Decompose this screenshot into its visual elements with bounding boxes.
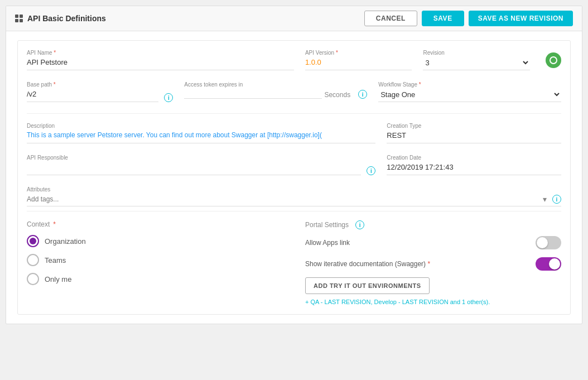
- attributes-info-icon[interactable]: i: [552, 195, 561, 204]
- portal-rows: Allow Apps link Show iterative documenta…: [305, 236, 561, 271]
- api-responsible-label: API Responsible: [27, 155, 375, 161]
- radio-teams-outer: [27, 254, 39, 266]
- creation-type-field: Creation Type REST: [387, 123, 561, 143]
- radio-organization-inner: [30, 238, 36, 244]
- cancel-button[interactable]: CANCEL: [364, 11, 417, 26]
- api-responsible-field: API Responsible i: [27, 155, 375, 175]
- save-button[interactable]: SAVE: [422, 11, 464, 26]
- radio-organization[interactable]: Organization: [27, 235, 283, 247]
- base-path-value[interactable]: /v2: [27, 90, 158, 102]
- context-radio-group: Organization Teams Only me: [27, 235, 283, 285]
- attributes-field: Attributes ▾ i: [27, 186, 561, 206]
- row-2: Base path * /v2 i Access token expires i…: [27, 81, 561, 102]
- access-token-row: Seconds i: [184, 90, 367, 99]
- revision-select[interactable]: 3: [423, 58, 530, 68]
- main-container: API Basic Definitions CANCEL SAVE SAVE A…: [6, 6, 582, 324]
- tags-wrapper: ▾ i: [27, 195, 561, 206]
- description-label: Description: [27, 123, 375, 129]
- base-path-info-icon[interactable]: i: [164, 93, 173, 102]
- creation-type-label: Creation Type: [387, 123, 561, 129]
- portal-row-swagger: Show iterative documentation (Swagger) *: [305, 257, 561, 271]
- creation-date-field: Creation Date 12/20/2019 17:21:43: [387, 155, 561, 175]
- tags-input[interactable]: [27, 195, 543, 203]
- workflow-stage-select-container: Stage One: [378, 90, 561, 102]
- revision-select-container: 3: [423, 58, 530, 70]
- radio-teams-label: Teams: [45, 256, 66, 264]
- description-value[interactable]: This is a sample server Petstore server.…: [27, 131, 375, 143]
- creation-type-value: REST: [387, 131, 561, 143]
- allow-apps-label: Allow Apps link: [305, 239, 350, 247]
- workflow-stage-field: Workflow Stage * Stage One: [378, 81, 561, 102]
- swagger-knob: [549, 258, 560, 270]
- save-as-new-revision-button[interactable]: SAVE AS NEW REVISION: [469, 11, 573, 26]
- access-token-info-icon[interactable]: i: [358, 90, 367, 99]
- portal-settings-info-icon[interactable]: i: [355, 220, 364, 229]
- row-3: Description This is a sample server Pets…: [27, 123, 561, 143]
- creation-date-value: 12/20/2019 17:21:43: [387, 163, 561, 175]
- revision-label: Revision: [423, 50, 530, 56]
- grid-icon: [15, 15, 23, 22]
- api-name-value[interactable]: API Petstore: [27, 58, 294, 70]
- attributes-label: Attributes: [27, 186, 561, 193]
- allow-apps-knob: [537, 237, 548, 248]
- swagger-toggle[interactable]: [536, 257, 561, 271]
- add-try-it-out-button[interactable]: ADD TRY IT OUT ENVIRONMENTS: [305, 277, 430, 294]
- allow-apps-toggle[interactable]: [536, 236, 561, 249]
- divider-2: [27, 211, 561, 211]
- content-area: API Name * API Petstore API Version * 1.…: [6, 31, 582, 324]
- radio-only-me-label: Only me: [45, 275, 71, 283]
- green-status-icon: [541, 50, 561, 70]
- radio-teams[interactable]: Teams: [27, 254, 283, 266]
- radio-organization-label: Organization: [45, 237, 86, 246]
- access-token-field: Access token expires in Seconds i: [184, 81, 367, 102]
- creation-date-label: Creation Date: [387, 155, 561, 161]
- access-token-label: Access token expires in: [184, 81, 367, 88]
- radio-only-me-outer: [27, 273, 39, 285]
- context-section: Context * Organization Teams: [27, 220, 283, 305]
- api-version-field: API Version * 1.0.0: [305, 50, 412, 70]
- api-name-field: API Name * API Petstore: [27, 50, 294, 70]
- tags-dropdown-icon[interactable]: ▾: [543, 195, 547, 204]
- base-path-field: Base path * /v2 i: [27, 81, 173, 102]
- header-title-area: API Basic Definitions: [15, 14, 364, 23]
- api-version-value[interactable]: 1.0.0: [305, 58, 412, 70]
- context-title: Context *: [27, 220, 283, 228]
- page-title: API Basic Definitions: [27, 14, 106, 23]
- description-field: Description This is a sample server Pets…: [27, 123, 375, 143]
- portal-section: Portal Settings i Allow Apps link S: [305, 220, 561, 305]
- base-path-label: Base path *: [27, 81, 173, 88]
- base-path-row: /v2 i: [27, 90, 173, 102]
- header: API Basic Definitions CANCEL SAVE SAVE A…: [6, 6, 582, 31]
- radio-only-me[interactable]: Only me: [27, 273, 283, 285]
- workflow-stage-select[interactable]: Stage One: [378, 90, 561, 99]
- form-section: API Name * API Petstore API Version * 1.…: [17, 40, 571, 315]
- api-responsible-value[interactable]: [27, 163, 361, 175]
- status-dot[interactable]: [546, 52, 561, 68]
- api-version-label: API Version *: [305, 50, 412, 56]
- row-4: API Responsible i Creation Date 12/20/20…: [27, 155, 561, 175]
- environments-text[interactable]: + QA - LAST REVISION, Develop - LAST REV…: [305, 299, 561, 305]
- api-responsible-row: i: [27, 163, 375, 175]
- radio-organization-outer: [27, 235, 39, 247]
- portal-settings-title: Portal Settings i: [305, 220, 561, 229]
- header-actions: CANCEL SAVE SAVE AS NEW REVISION: [364, 11, 573, 26]
- divider-1: [27, 113, 561, 114]
- workflow-stage-label: Workflow Stage *: [378, 81, 561, 88]
- bottom-section: Context * Organization Teams: [27, 220, 561, 305]
- row-1: API Name * API Petstore API Version * 1.…: [27, 50, 561, 70]
- swagger-label: Show iterative documentation (Swagger) *: [305, 260, 430, 268]
- portal-row-allow-apps: Allow Apps link: [305, 236, 561, 249]
- row-5: Attributes ▾ i: [27, 186, 561, 206]
- revision-field: Revision 3: [423, 50, 530, 70]
- access-token-input[interactable]: [184, 90, 322, 99]
- api-responsible-info-icon[interactable]: i: [367, 166, 375, 175]
- token-unit-label: Seconds: [324, 91, 350, 99]
- api-name-label: API Name *: [27, 50, 294, 56]
- status-dot-inner: [550, 56, 557, 64]
